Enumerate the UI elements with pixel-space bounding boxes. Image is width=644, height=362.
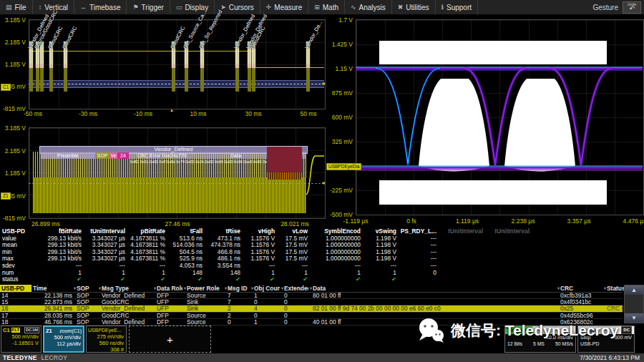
menu-item-file[interactable]: ▤File — [0, 0, 33, 14]
protocol-column-header[interactable]: ▾Msg Type — [97, 285, 152, 292]
protocol-cell: 0 — [283, 305, 311, 311]
measure-value — [439, 263, 485, 270]
main-plot-y-label: 2.185 V — [0, 39, 26, 46]
eye-diagram-plot[interactable]: USBPDEyeDia 1.7 V1.425 V1.15 V875 mV600 … — [326, 15, 644, 228]
undo-button[interactable]: Undo ↶ — [623, 1, 641, 14]
menu-item-timebase[interactable]: ↔Timebase — [74, 0, 127, 14]
menu-item-support[interactable]: ℹSupport — [436, 0, 478, 14]
menu-item-utilities[interactable]: ✖Utilities — [392, 0, 436, 14]
menu-item-analysis[interactable]: ∿Analysis — [345, 0, 392, 14]
protocol-cell: 2 — [226, 313, 253, 318]
measure-column-header[interactable]: tUnitInterval — [439, 228, 485, 235]
protocol-column-header[interactable]: ▾Extended — [280, 285, 308, 292]
protocol-header-label: Msg ID — [228, 285, 247, 292]
cursors-icon: ➤ — [220, 4, 226, 11]
protocol-column-header[interactable]: ▾Msg ID — [223, 285, 250, 292]
menu-item-trigger[interactable]: ⚑Trigger — [127, 0, 170, 14]
eye-plot-x-label: 0 fs — [391, 217, 431, 225]
eye-trace-badge[interactable]: USBPDEyeDia — [326, 163, 361, 170]
protocol-cell: 0 — [226, 319, 253, 325]
protocol-cell: 2 — [226, 305, 253, 311]
decode-field-preamble[interactable]: Preamble — [41, 152, 95, 159]
z1-zoom-descriptor[interactable]: Z1 zoom(C1) 500 mV/div 112 µs/div — [43, 326, 84, 353]
zoom-region-highlight[interactable] — [29, 80, 324, 88]
sort-arrow-icon: ▾ — [99, 286, 101, 290]
protocol-cell: 26.941 ms — [31, 305, 75, 311]
protocol-cell: Vendor_Defined — [100, 319, 155, 325]
protocol-cell: 0 — [283, 319, 311, 325]
decode-field-sop[interactable]: SOP — [95, 152, 109, 159]
z1-source: zoom(C1) — [59, 328, 82, 333]
measure-column-header[interactable]: tUnitInterval — [485, 228, 532, 235]
z1-ground-marker[interactable]: Z1 — [1, 192, 11, 200]
decoded-packet-burst[interactable] — [40, 41, 44, 92]
eye-plot-y-label: 600 mV — [326, 114, 353, 121]
measure-value — [485, 270, 532, 277]
main-plot-x-label: -10 ms — [129, 110, 157, 117]
main-waveform-plot[interactable]: Vendor_DefinedSource/GoodCRCGoodCRCGoodC… — [0, 15, 326, 122]
menu-item-display[interactable]: ▭Display — [170, 0, 215, 14]
measure-value: ✔ — [243, 276, 277, 283]
protocol-column-header[interactable]: ▾Data Role — [152, 285, 182, 292]
measure-value: --- — [310, 263, 363, 270]
c1-filter-badge: FLT — [11, 328, 21, 333]
eye-mask-hexagon-right — [504, 79, 575, 172]
sort-arrow-icon: ▾ — [281, 286, 283, 290]
protocol-row[interactable]: 1626.941 msSOPVendor_DefinedUFPSink24082… — [0, 305, 623, 312]
menu-item-label: Analysis — [359, 4, 386, 11]
eye-plot-y-label: 875 mV — [326, 89, 353, 97]
menu-item-label: Timebase — [89, 4, 121, 11]
menu-item-label: Display — [185, 4, 208, 11]
decode-field-vendor[interactable]: Ve — [109, 152, 117, 159]
eye-trace-descriptor[interactable]: USBPDEyeE... 275 mV/div 560 ns/div 308 # — [86, 326, 127, 353]
scroll-down-icon[interactable]: ▼ — [625, 313, 643, 323]
protocol-row[interactable]: 1422.138 msSOPVendor_DefinedDFPSource710… — [0, 293, 623, 299]
protocol-cell: Sink — [185, 305, 226, 311]
decode-field-count[interactable]: 24 — [117, 152, 129, 159]
protocol-column-header[interactable]: ▾Data — [308, 285, 556, 292]
burst-low-segment — [252, 68, 255, 92]
eye-plot-y-label: 1.7 V — [326, 16, 353, 24]
protocol-title: USB-PD — [0, 285, 31, 292]
protocol-column-header[interactable]: ▾Power Role — [182, 285, 223, 292]
zoom-waveform-plot[interactable]: Vendor_Defined Preamble SOP Ve 24 CRC Er… — [0, 123, 326, 228]
protocol-column-header[interactable]: ▾SOP — [72, 285, 97, 292]
decode-data-label: Data — [230, 152, 241, 159]
measure-value — [439, 255, 485, 263]
c1-ground-marker[interactable]: C1 — [1, 84, 11, 91]
decode-crc-error-label: CRC Error 0xe24c770 — [137, 153, 187, 158]
add-trace-button[interactable]: + — [129, 326, 211, 353]
protocol-column-header[interactable]: Time — [31, 285, 72, 292]
protocol-row[interactable]: 1522.873 msSOPGoodCRCUFPSink7000x4f0341b… — [0, 299, 623, 305]
protocol-header-label: Power Role — [187, 285, 220, 292]
menu-item-label: Cursors — [229, 4, 254, 11]
measure-row-sdev: sdev---------4.053 ns3.554 ns-----------… — [0, 263, 644, 270]
trigger-level-marker[interactable]: ◄ — [321, 81, 326, 86]
c1-offset: -1.18501 V — [1, 340, 41, 346]
protocol-row-index: 17 — [0, 313, 31, 318]
zoom-plot-x-label: 27.46 ms — [156, 220, 199, 228]
eye-mask-hexagon-left — [419, 79, 489, 172]
c1-channel-descriptor[interactable]: C1 FLT DC1M 500 mV/div -1.18501 V — [1, 326, 42, 353]
main-plot-x-label: 50 ms — [294, 110, 323, 117]
measure-value — [485, 242, 532, 249]
measure-value: --- — [34, 263, 84, 270]
eye-descriptor-label: USBPDEyeE... — [87, 326, 126, 333]
protocol-cell: 1 — [253, 319, 283, 325]
burst-low-segment — [172, 68, 175, 92]
protocol-scrollbar[interactable]: ▲ ▼ — [624, 285, 644, 323]
burst-low-segment — [306, 68, 310, 92]
trigger-level-line — [29, 183, 324, 184]
scroll-up-icon[interactable]: ▲ — [625, 285, 643, 295]
protocol-column-header[interactable]: ▾CRC — [556, 285, 602, 292]
menu-item-math[interactable]: ⊞Math — [308, 0, 345, 14]
z1-label: Z1 — [46, 328, 52, 334]
measure-value: 1 — [127, 270, 167, 277]
protocol-cell: UFP — [155, 305, 185, 311]
watermark-text: 微信号: TeledyneLecroy — [451, 321, 618, 341]
protocol-cell: Source — [185, 293, 226, 298]
trigger-time-marker[interactable]: ▲ — [170, 108, 174, 112]
measure-value: 148 — [167, 270, 205, 277]
menu-item-measure[interactable]: ✛Measure — [260, 0, 308, 14]
protocol-column-header[interactable]: ▾Obj Count — [250, 285, 280, 292]
